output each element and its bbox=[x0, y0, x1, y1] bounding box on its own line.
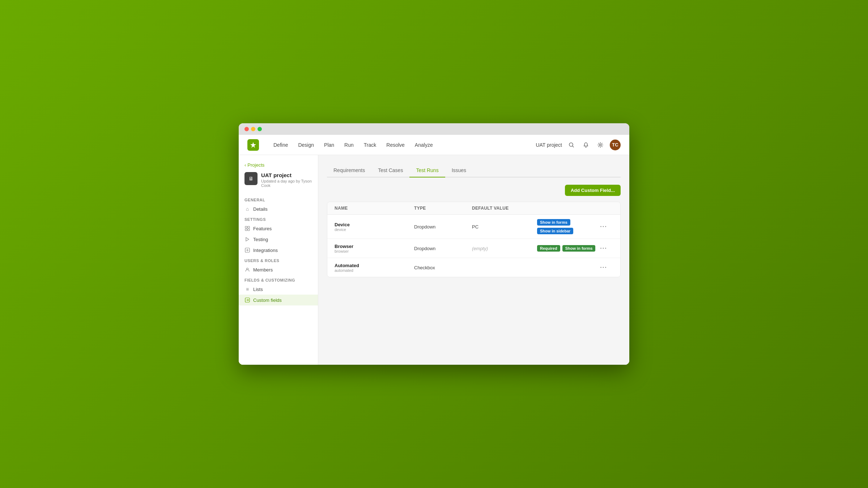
more-options-device[interactable]: ··· bbox=[599, 222, 609, 232]
custom-fields-table: Name Type Default value Device device Dr… bbox=[327, 202, 621, 277]
nav-analyze[interactable]: Analyze bbox=[410, 140, 437, 150]
header-default: Default value bbox=[472, 206, 537, 211]
svg-point-1 bbox=[600, 144, 601, 146]
breadcrumb[interactable]: ‹ Projects bbox=[244, 162, 312, 168]
field-name-device: Device device bbox=[335, 222, 414, 232]
sidebar-item-features-label: Features bbox=[253, 226, 272, 231]
header-actions bbox=[599, 206, 613, 211]
testing-icon bbox=[244, 236, 250, 242]
field-name-sub: browser bbox=[335, 249, 414, 253]
nav-links: Define Design Plan Run Track Resolve Ana… bbox=[269, 140, 536, 150]
tab-test-runs[interactable]: Test Runs bbox=[409, 164, 445, 177]
field-type-device: Dropdown bbox=[414, 224, 472, 230]
more-options-automated[interactable]: ··· bbox=[599, 262, 609, 273]
add-btn-row: Add Custom Field... bbox=[327, 185, 621, 196]
tab-requirements[interactable]: Requirements bbox=[327, 164, 371, 177]
badge-show-in-forms-device[interactable]: Show in forms bbox=[537, 219, 570, 226]
home-icon: ⌂ bbox=[244, 206, 250, 212]
svg-rect-4 bbox=[245, 229, 247, 231]
sidebar-section-users: Users & Roles bbox=[239, 256, 318, 264]
nav-run[interactable]: Run bbox=[340, 140, 358, 150]
sidebar-item-custom-fields-label: Custom fields bbox=[253, 297, 282, 303]
user-avatar[interactable]: TC bbox=[610, 140, 621, 150]
content-tabs: Requirements Test Cases Test Runs Issues bbox=[327, 164, 621, 177]
sidebar-item-integrations[interactable]: Integrations bbox=[239, 245, 318, 256]
main-layout: ‹ Projects 🖥 UAT project Updated a day a… bbox=[239, 155, 629, 365]
field-name-sub: automated bbox=[335, 268, 414, 273]
sidebar-section-settings: Settings bbox=[239, 214, 318, 223]
row-actions-browser: ··· bbox=[599, 243, 613, 253]
integrations-icon bbox=[244, 247, 250, 253]
field-name-browser: Browser browser bbox=[335, 244, 414, 253]
sidebar-item-testing[interactable]: Testing bbox=[239, 234, 318, 245]
sidebar-item-lists-label: Lists bbox=[253, 287, 263, 292]
field-badges-device: Show in forms Show in sidebar bbox=[537, 219, 599, 234]
project-icon: 🖥 bbox=[244, 172, 258, 185]
nav-track[interactable]: Track bbox=[359, 140, 380, 150]
svg-rect-2 bbox=[245, 226, 247, 228]
field-default-browser: (empty) bbox=[472, 246, 537, 251]
header-type: Type bbox=[414, 206, 472, 211]
sidebar-item-members[interactable]: Members bbox=[239, 264, 318, 275]
svg-rect-3 bbox=[248, 226, 250, 228]
maximize-dot[interactable] bbox=[258, 127, 262, 131]
badge-show-forms-browser[interactable]: Show in forms bbox=[562, 245, 596, 252]
row-actions-automated: ··· bbox=[599, 262, 613, 273]
field-badges-browser: Required Show in forms bbox=[537, 245, 599, 252]
notifications-button[interactable] bbox=[581, 140, 591, 150]
minimize-dot[interactable] bbox=[251, 127, 255, 131]
search-button[interactable] bbox=[566, 140, 576, 150]
nav-design[interactable]: Design bbox=[294, 140, 318, 150]
close-dot[interactable] bbox=[244, 127, 249, 131]
field-default-device: PC bbox=[472, 224, 537, 230]
sidebar-item-details-label: Details bbox=[253, 206, 268, 212]
features-icon bbox=[244, 226, 250, 231]
field-type-browser: Dropdown bbox=[414, 246, 472, 251]
sidebar-item-details[interactable]: ⌂ Details bbox=[239, 204, 318, 214]
table-row: Automated automated Checkbox ··· bbox=[327, 258, 620, 277]
nav-project-name: UAT project bbox=[536, 142, 562, 148]
sidebar-item-lists[interactable]: ≡ Lists bbox=[239, 284, 318, 295]
tab-test-cases[interactable]: Test Cases bbox=[371, 164, 409, 177]
add-custom-field-button[interactable]: Add Custom Field... bbox=[565, 185, 621, 196]
field-name-main: Device bbox=[335, 222, 414, 227]
browser-titlebar bbox=[239, 123, 629, 135]
project-header: ‹ Projects 🖥 UAT project Updated a day a… bbox=[239, 162, 318, 195]
settings-button[interactable] bbox=[595, 140, 605, 150]
sidebar-section-general: General bbox=[239, 195, 318, 204]
badge-show-in-sidebar-device[interactable]: Show in sidebar bbox=[537, 228, 573, 234]
app-container: Define Design Plan Run Track Resolve Ana… bbox=[239, 135, 629, 365]
table-header: Name Type Default value bbox=[327, 202, 620, 215]
browser-window: Define Design Plan Run Track Resolve Ana… bbox=[239, 123, 629, 365]
table-row: Device device Dropdown PC Show in forms … bbox=[327, 215, 620, 239]
project-updated: Updated a day ago by Tyson Cook bbox=[261, 179, 312, 188]
field-type-automated: Checkbox bbox=[414, 265, 472, 270]
table-row: Browser browser Dropdown (empty) Require… bbox=[327, 239, 620, 258]
nav-right: UAT project bbox=[536, 140, 621, 150]
row-actions-device: ··· bbox=[599, 222, 613, 232]
logo-icon bbox=[247, 139, 259, 151]
custom-fields-icon bbox=[244, 297, 250, 303]
top-nav: Define Design Plan Run Track Resolve Ana… bbox=[239, 135, 629, 155]
badge-required-browser[interactable]: Required bbox=[537, 245, 560, 252]
members-icon bbox=[244, 267, 250, 273]
field-name-automated: Automated automated bbox=[335, 263, 414, 273]
sidebar-item-custom-fields[interactable]: Custom fields bbox=[239, 295, 318, 305]
nav-resolve[interactable]: Resolve bbox=[382, 140, 409, 150]
svg-rect-5 bbox=[248, 229, 250, 231]
sidebar-section-fields: Fields & Customizing bbox=[239, 275, 318, 284]
sidebar-item-integrations-label: Integrations bbox=[253, 248, 278, 253]
sidebar-item-testing-label: Testing bbox=[253, 237, 268, 242]
sidebar-item-features[interactable]: Features bbox=[239, 223, 318, 234]
field-name-main: Browser bbox=[335, 244, 414, 249]
header-name: Name bbox=[335, 206, 414, 211]
nav-define[interactable]: Define bbox=[269, 140, 292, 150]
nav-plan[interactable]: Plan bbox=[320, 140, 339, 150]
nav-logo[interactable] bbox=[247, 139, 259, 151]
tab-issues[interactable]: Issues bbox=[445, 164, 473, 177]
lists-icon: ≡ bbox=[244, 286, 250, 292]
more-options-browser[interactable]: ··· bbox=[599, 243, 609, 253]
main-content: Requirements Test Cases Test Runs Issues… bbox=[318, 155, 629, 365]
project-name: UAT project bbox=[261, 172, 312, 178]
field-name-main: Automated bbox=[335, 263, 414, 268]
